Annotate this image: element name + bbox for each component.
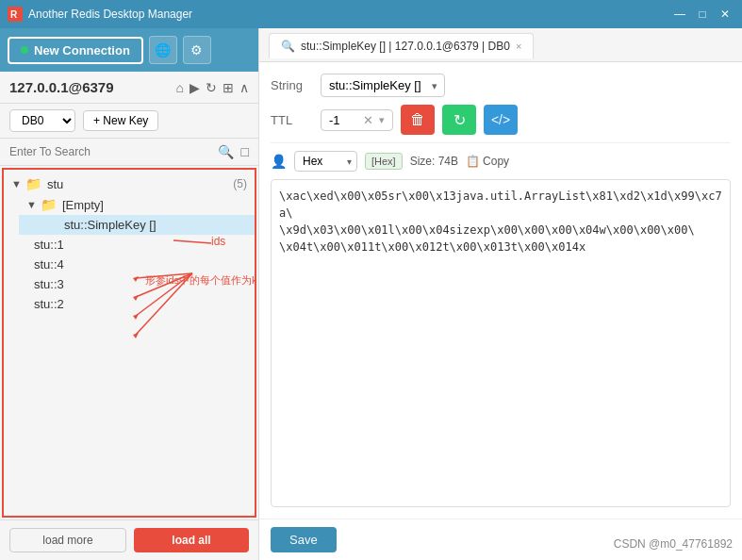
- copy-icon: 📋: [466, 155, 480, 168]
- folder-icon-2: 📁: [41, 197, 57, 212]
- key-name-selector: stu::SimpleKey []: [321, 74, 445, 97]
- ttl-row: TTL -1 ✕ ▾ 🗑 ↻ </>: [271, 105, 731, 135]
- key-item-stu4[interactable]: stu::4: [4, 255, 255, 274]
- key-item-simplekey[interactable]: stu::SimpleKey []: [19, 215, 255, 235]
- load-all-button[interactable]: load all: [134, 528, 249, 552]
- delete-button[interactable]: 🗑: [401, 105, 435, 135]
- titlebar: R Another Redis Desktop Manager — □ ✕: [0, 0, 742, 28]
- ttl-clear-icon[interactable]: ✕: [363, 113, 373, 127]
- svg-marker-11: [133, 333, 139, 338]
- tab-bar: 🔍 stu::SimpleKey [] | 127.0.0.1@6379 | D…: [259, 28, 742, 62]
- minimize-button[interactable]: —: [670, 5, 689, 24]
- connection-actions: ⌂ ▶ ↻ ⊞ ∧: [176, 80, 249, 95]
- new-connection-button[interactable]: New Connection: [8, 37, 143, 64]
- tab-label: stu::SimpleKey [] | 127.0.0.1@6379 | DB0: [301, 40, 510, 53]
- collapse-icon[interactable]: ∧: [239, 80, 249, 95]
- annotation-text: 形参ids中的每个值作为key，List 中对应的值/对象作为缓存值: [145, 273, 256, 288]
- chevron-down-icon: ▼: [11, 178, 22, 189]
- active-tab[interactable]: 🔍 stu::SimpleKey [] | 127.0.0.1@6379 | D…: [269, 33, 534, 58]
- folder-icon: 📁: [25, 176, 41, 191]
- connection-status-dot: [21, 46, 28, 54]
- key-group-header-empty[interactable]: ▼ 📁 [Empty]: [19, 194, 255, 215]
- ttl-chevron-icon[interactable]: ▾: [379, 114, 385, 126]
- search-input[interactable]: [9, 145, 214, 158]
- app-icon: R: [8, 7, 23, 22]
- person-icon: 👤: [271, 154, 287, 169]
- format-row: 👤 Hex JSON Text [Hex] Size: 74B 📋 Copy: [271, 142, 731, 172]
- type-label: String: [271, 78, 313, 92]
- chevron-down-icon-2: ▼: [26, 199, 37, 210]
- tab-search-icon: 🔍: [281, 40, 295, 53]
- refresh-icon[interactable]: ↻: [206, 80, 217, 95]
- key-group-stu: ▼ 📁 stu (5) ▼ 📁 [Empty] stu::SimpleKey […: [4, 173, 255, 314]
- maximize-button[interactable]: □: [693, 5, 712, 24]
- connection-header: 127.0.0.1@6379 ⌂ ▶ ↻ ⊞ ∧: [0, 72, 258, 104]
- sidebar: New Connection 🌐 ⚙ 127.0.0.1@6379 ⌂ ▶ ↻ …: [0, 28, 259, 560]
- key-item-stu2[interactable]: stu::2: [4, 294, 255, 314]
- terminal-icon[interactable]: ▶: [190, 80, 200, 95]
- key-name-stu2: stu::2: [34, 297, 64, 311]
- new-key-button[interactable]: + New Key: [83, 110, 158, 131]
- db-selector-row: DB0 DB1 DB2 + New Key: [0, 104, 258, 139]
- group-count-stu: (5): [233, 177, 247, 190]
- save-row: Save: [259, 519, 742, 560]
- sidebar-toolbar: New Connection 🌐 ⚙: [0, 28, 258, 72]
- subgroup-name-empty: [Empty]: [62, 198, 104, 212]
- size-label: Size: 74B: [410, 155, 458, 168]
- load-more-button[interactable]: load more: [9, 528, 126, 552]
- copy-label: Copy: [483, 155, 509, 168]
- content-area: 🔍 stu::SimpleKey [] | 127.0.0.1@6379 | D…: [259, 28, 742, 560]
- key-name-select[interactable]: stu::SimpleKey []: [321, 74, 445, 97]
- globe-button[interactable]: 🌐: [149, 36, 177, 64]
- group-name-stu: stu: [47, 177, 63, 191]
- search-icon[interactable]: 🔍: [218, 144, 234, 159]
- content-body: String stu::SimpleKey [] TTL -1 ✕ ▾ 🗑 ↻ …: [259, 62, 742, 519]
- search-bar: 🔍 □: [0, 139, 258, 166]
- app-title: Another Redis Desktop Manager: [28, 8, 670, 21]
- key-name-stu1: stu::1: [34, 238, 64, 252]
- key-name-simplekey: stu::SimpleKey []: [64, 218, 157, 232]
- key-group-header-stu[interactable]: ▼ 📁 stu (5): [4, 173, 255, 194]
- ttl-label: TTL: [271, 113, 313, 127]
- search-extra-icon[interactable]: □: [241, 144, 249, 159]
- type-row: String stu::SimpleKey []: [271, 74, 731, 97]
- ttl-input-wrapper: -1 ✕ ▾: [321, 109, 393, 131]
- ttl-value: -1: [329, 113, 357, 127]
- format-selector[interactable]: Hex JSON Text: [294, 151, 357, 172]
- key-list: ▼ 📁 stu (5) ▼ 📁 [Empty] stu::SimpleKey […: [2, 168, 256, 518]
- key-item-stu1[interactable]: stu::1: [4, 235, 255, 255]
- load-buttons-row: load more load all: [0, 519, 258, 560]
- copy-button[interactable]: 📋 Copy: [466, 155, 509, 168]
- format-selector-wrap: Hex JSON Text: [294, 151, 357, 172]
- grid-icon[interactable]: ⊞: [223, 80, 234, 95]
- key-name-stu3: stu::3: [34, 277, 64, 291]
- db-selector[interactable]: DB0 DB1 DB2: [9, 109, 75, 132]
- tab-close-icon[interactable]: ×: [516, 41, 521, 52]
- settings-button[interactable]: ⚙: [183, 36, 211, 64]
- home-icon[interactable]: ⌂: [176, 80, 184, 95]
- svg-text:R: R: [10, 9, 18, 20]
- save-button[interactable]: Save: [271, 527, 337, 552]
- value-textarea[interactable]: \xac\xed\x00\x05sr\x00\x13java.util.Arra…: [271, 179, 731, 507]
- refresh-button[interactable]: ↻: [442, 105, 476, 135]
- subgroup-empty: ▼ 📁 [Empty] stu::SimpleKey []: [4, 194, 255, 235]
- key-name-stu4: stu::4: [34, 257, 64, 272]
- connection-name: 127.0.0.1@6379: [9, 79, 114, 95]
- code-button[interactable]: </>: [484, 105, 518, 135]
- format-badge: [Hex]: [365, 153, 403, 170]
- svg-marker-10: [133, 314, 139, 320]
- close-button[interactable]: ✕: [716, 5, 734, 24]
- new-connection-label: New Connection: [34, 43, 130, 58]
- main-layout: New Connection 🌐 ⚙ 127.0.0.1@6379 ⌂ ▶ ↻ …: [0, 28, 742, 560]
- window-controls: — □ ✕: [670, 5, 734, 24]
